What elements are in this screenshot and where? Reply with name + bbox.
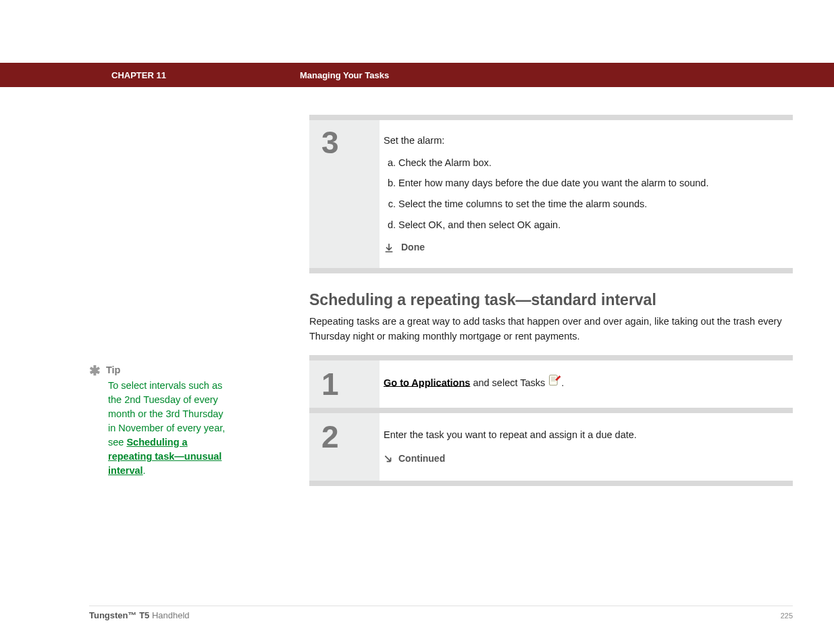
steps-stack: 1 Go to Applications and select Tasks . xyxy=(309,355,793,486)
step-3-body: Set the alarm: Check the Alarm box. Ente… xyxy=(380,120,793,268)
step-3-item-d: Select OK, and then select OK again. xyxy=(398,217,778,234)
tip-body: To select intervals such as the 2nd Tues… xyxy=(108,379,231,478)
header-bar: CHAPTER 11 Managing Your Tasks xyxy=(0,63,834,87)
product-name-bold: Tungsten™ T5 xyxy=(89,610,149,620)
asterisk-icon: ✱ xyxy=(89,364,101,377)
tasks-app-icon xyxy=(548,374,561,393)
continued-row: Continued xyxy=(384,451,778,467)
step-number: 1 xyxy=(321,369,380,400)
step-number-column: 3 xyxy=(309,120,380,268)
step-2-box: 2 Enter the task you want to repeat and … xyxy=(309,408,793,481)
step-3-item-c: Select the time columns to set the time … xyxy=(398,196,778,213)
step-3-box: 3 Set the alarm: Check the Alarm box. En… xyxy=(309,115,793,273)
content-area: 3 Set the alarm: Check the Alarm box. En… xyxy=(0,115,834,486)
step-number: 2 xyxy=(321,421,380,452)
step-3-item-b: Enter how many days before the due date … xyxy=(398,175,778,192)
step-3-item-a: Check the Alarm box. xyxy=(398,155,778,171)
step-number-column: 2 xyxy=(309,413,380,481)
footer: Tungsten™ T5 Handheld 225 xyxy=(89,610,793,620)
step-2-text: Enter the task you want to repeat and as… xyxy=(384,427,778,444)
step-3-intro: Set the alarm: xyxy=(384,132,778,149)
tip-block: ✱ Tip To select intervals such as the 2n… xyxy=(89,363,231,478)
page-number: 225 xyxy=(781,612,793,620)
section-heading: Scheduling a repeating task—standard int… xyxy=(309,291,793,309)
arrow-down-stop-icon xyxy=(384,242,394,253)
arrow-down-right-icon xyxy=(384,454,393,464)
step-1-body: Go to Applications and select Tasks . xyxy=(380,360,793,408)
step-1-box: 1 Go to Applications and select Tasks . xyxy=(309,360,793,408)
step-2-body: Enter the task you want to repeat and as… xyxy=(380,413,793,481)
done-row: Done xyxy=(384,240,778,256)
continued-label: Continued xyxy=(398,451,445,467)
tip-text-after: . xyxy=(143,465,146,476)
section-paragraph: Repeating tasks are a great way to add t… xyxy=(309,315,793,344)
product-name: Tungsten™ T5 Handheld xyxy=(89,610,190,620)
step-1-period: . xyxy=(561,377,564,387)
tip-header: ✱ Tip xyxy=(89,363,231,377)
tip-label: Tip xyxy=(106,363,120,377)
chapter-label: CHAPTER 11 xyxy=(111,70,166,80)
go-to-applications-link[interactable]: Go to Applications xyxy=(384,377,470,387)
footer-divider xyxy=(89,606,793,606)
chapter-title: Managing Your Tasks xyxy=(300,70,389,80)
step-number: 3 xyxy=(321,127,380,158)
step-3-list: Check the Alarm box. Enter how many days… xyxy=(384,155,778,234)
step-number-column: 1 xyxy=(309,360,380,408)
product-name-rest: Handheld xyxy=(149,610,189,620)
step-1-rest: and select Tasks xyxy=(470,377,548,387)
done-label: Done xyxy=(401,240,425,256)
